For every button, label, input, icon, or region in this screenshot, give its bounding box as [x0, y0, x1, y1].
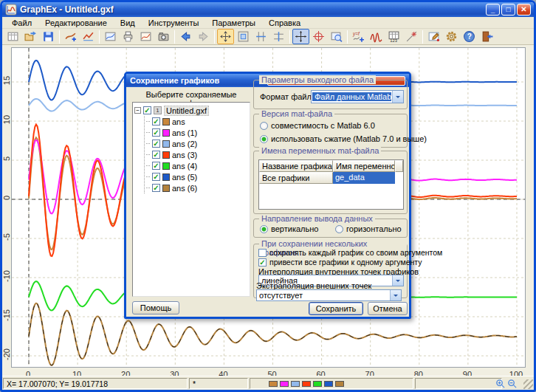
- chevron-down-icon[interactable]: [392, 91, 403, 103]
- title-bar[interactable]: GraphEx - Untitled.gxf _ □ ✕: [2, 2, 534, 17]
- x-tick-label: 90: [458, 370, 477, 376]
- target-icon[interactable]: [310, 29, 327, 44]
- minimize-button[interactable]: _: [486, 4, 500, 16]
- x-tick-label: 10: [67, 370, 86, 376]
- status-curve-colors: [250, 378, 413, 389]
- chart-edit-icon[interactable]: [425, 29, 442, 44]
- tree-root-label[interactable]: Untitled.gxf: [164, 106, 209, 116]
- tree-item-5[interactable]: ✓ans (5): [146, 171, 248, 182]
- zoom-select-icon[interactable]: [328, 29, 345, 44]
- tree-item-0[interactable]: ✓ans: [146, 116, 248, 127]
- item-checkbox[interactable]: ✓: [152, 128, 160, 137]
- checkbox-checked-icon[interactable]: ✓: [258, 258, 267, 267]
- tree-root-row[interactable]: − ✓ 1 Untitled.gxf: [134, 105, 248, 116]
- yfx-add-icon[interactable]: y=f: [350, 29, 367, 44]
- data-table-icon[interactable]: 123: [385, 29, 402, 44]
- tree-item-1[interactable]: ✓ans (1): [146, 127, 248, 138]
- resize-grip[interactable]: [523, 379, 533, 389]
- y-tick-label: -15: [2, 304, 11, 326]
- radio-icon[interactable]: [335, 225, 343, 233]
- check-same-argument[interactable]: ✓ привести все графики к одному аргумент…: [258, 258, 422, 267]
- tree-item-label: ans (1): [172, 128, 197, 137]
- checkbox-icon[interactable]: [258, 249, 267, 257]
- zoom-in-status-icon[interactable]: [495, 378, 506, 389]
- cell-var-value[interactable]: ge_data: [333, 172, 395, 184]
- tree-item-2[interactable]: ✓ans (2): [146, 138, 248, 149]
- edit-graph-icon[interactable]: [80, 29, 97, 44]
- close-button[interactable]: ✕: [517, 4, 531, 16]
- extrap-combo[interactable]: отсутствует: [256, 289, 402, 301]
- col-extra: [395, 160, 403, 172]
- cell-all-graphs[interactable]: Все графики: [259, 172, 333, 184]
- zoom-out-status-icon[interactable]: [506, 378, 518, 389]
- open-file-icon[interactable]: [22, 29, 39, 44]
- radio-icon[interactable]: [260, 122, 268, 130]
- chevron-down-icon[interactable]: [390, 290, 401, 300]
- status-coords: X= 17.007070; Y= 19.017718: [3, 378, 188, 389]
- save-graphs-dialog: Сохранение графиков ✕ Выберите сохраняем…: [124, 72, 411, 319]
- root-checkbox[interactable]: ✓: [143, 106, 151, 114]
- svg-text:y=f: y=f: [352, 31, 360, 37]
- radio-matlab6[interactable]: совместимость с Matlab 6.0: [260, 121, 375, 130]
- add-graph-icon[interactable]: [62, 29, 79, 44]
- radio-horizontal[interactable]: горизонтально: [335, 224, 402, 233]
- print-icon[interactable]: [120, 29, 137, 44]
- radio-selected-icon[interactable]: [260, 225, 268, 233]
- item-checkbox[interactable]: ✓: [152, 151, 160, 159]
- menu-item-0[interactable]: Файл: [5, 18, 38, 28]
- tree-item-4[interactable]: ✓ans (4): [146, 160, 248, 171]
- file-format-combo[interactable]: Файл данных Matlab: [311, 90, 404, 103]
- help-icon[interactable]: ?: [461, 29, 478, 44]
- fit-window-icon[interactable]: [235, 29, 252, 44]
- menu-item-5[interactable]: Справка: [262, 18, 307, 28]
- crosshair-icon[interactable]: [292, 29, 309, 44]
- curve-color-chip: [280, 381, 289, 387]
- col-var-name[interactable]: Имя переменной: [333, 160, 395, 172]
- collapse-icon[interactable]: −: [134, 107, 141, 114]
- fit-width-icon[interactable]: [252, 29, 269, 44]
- x-tick-label: 0: [18, 370, 38, 376]
- new-table-icon[interactable]: [4, 29, 21, 44]
- save-button[interactable]: Сохранить: [309, 302, 363, 315]
- back-arrow-icon[interactable]: [177, 29, 194, 44]
- radio-compress[interactable]: использовать сжатие (Matlab 7.0 и выше): [260, 134, 427, 143]
- radio-vertical-label: вертикально: [271, 224, 318, 233]
- fit-all-icon[interactable]: [217, 29, 234, 44]
- curve-tools-icon[interactable]: [368, 29, 385, 44]
- fit-height-icon[interactable]: [270, 29, 287, 44]
- help-button[interactable]: Помощь: [132, 301, 179, 314]
- exit-icon[interactable]: [478, 29, 495, 44]
- export-chart-icon[interactable]: [137, 29, 154, 44]
- check-own-argument[interactable]: сохранять каждый график со своим аргумен…: [258, 248, 442, 257]
- save-file-icon[interactable]: [40, 29, 57, 44]
- radio-vertical[interactable]: вертикально: [260, 224, 318, 233]
- export-image-icon[interactable]: [102, 29, 119, 44]
- settings-gear-icon[interactable]: [443, 29, 460, 44]
- item-checkbox[interactable]: ✓: [152, 173, 160, 181]
- maximize-button[interactable]: □: [501, 4, 515, 16]
- col-graph-name[interactable]: Название графика: [259, 160, 333, 172]
- camera-icon[interactable]: [155, 29, 172, 44]
- menu-item-2[interactable]: Вид: [114, 18, 142, 28]
- var-names-table[interactable]: Название графика Имя переменной Все граф…: [258, 159, 404, 210]
- menu-item-1[interactable]: Редактирование: [38, 18, 114, 28]
- tree-item-label: ans (2): [172, 140, 197, 148]
- status-flag: *: [189, 378, 248, 389]
- x-tick-label: 40: [213, 370, 233, 376]
- y-tick-label: 0: [2, 187, 11, 209]
- axes-star-icon[interactable]: [403, 29, 420, 44]
- item-checkbox[interactable]: ✓: [152, 140, 160, 148]
- tree-item-3[interactable]: ✓ans (3): [146, 149, 248, 160]
- item-checkbox[interactable]: ✓: [152, 184, 160, 192]
- cancel-button[interactable]: Отмена: [368, 302, 408, 315]
- graphs-tree[interactable]: − ✓ 1 Untitled.gxf ✓ans✓ans (1)✓ans (2)✓…: [132, 102, 250, 297]
- tree-item-6[interactable]: ✓ans (6): [146, 182, 248, 193]
- item-checkbox[interactable]: ✓: [152, 117, 160, 125]
- window-title: GraphEx - Untitled.gxf: [20, 4, 486, 15]
- menu-item-3[interactable]: Инструменты: [142, 18, 206, 28]
- menu-item-4[interactable]: Параметры: [205, 18, 262, 28]
- var-names-caption: Имена переменных mat-файла: [259, 146, 381, 155]
- item-checkbox[interactable]: ✓: [152, 162, 160, 170]
- status-bar: X= 17.007070; Y= 19.017718 *: [2, 376, 534, 390]
- radio-selected-icon[interactable]: [260, 135, 268, 143]
